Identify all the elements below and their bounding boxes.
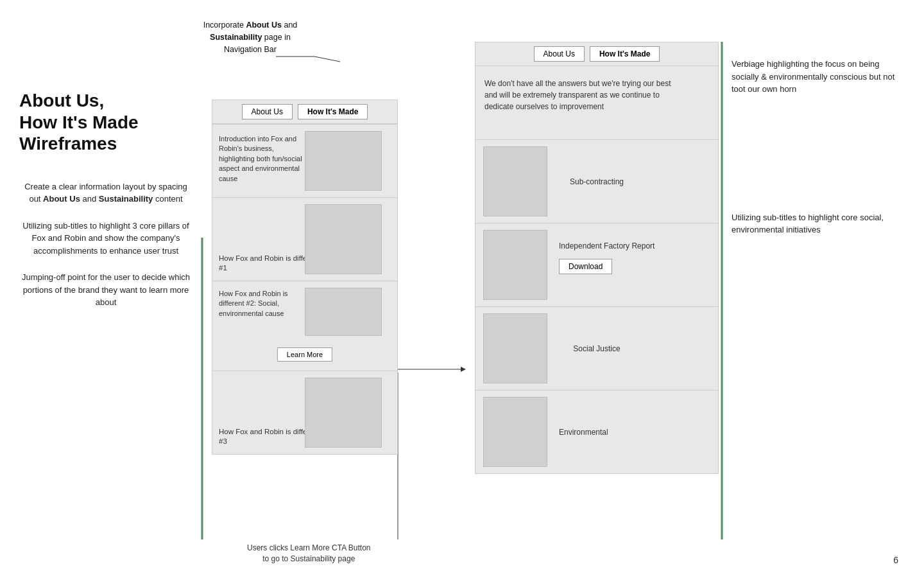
sidebar-desc-2: Utilizing sub-titles to highlight 3 core… (19, 220, 193, 258)
svg-marker-3 (461, 367, 466, 372)
right-env-label: Environmental (559, 428, 608, 437)
right-inner-img-env (483, 397, 547, 467)
page-number: 6 (893, 555, 898, 565)
right-section-subcontracting: Sub-contracting (475, 140, 719, 223)
right-section-social: Social Justice (475, 307, 719, 390)
download-button[interactable]: Download (559, 259, 612, 274)
right-inner-img-factory (483, 230, 547, 300)
wf-diff2-label: How Fox and Robin is different #2: Socia… (219, 289, 305, 319)
wf-inner-img-4 (305, 378, 382, 448)
right-annotations: Verbiage highlighting the focus on being… (732, 58, 898, 268)
nav-btn-how-its-made[interactable]: How It's Made (298, 104, 368, 119)
top-annotation: Incorporate About Us and Sustainability … (186, 19, 314, 55)
right-section-factory: Independent Factory Report Download (475, 223, 719, 307)
right-nav-bar: About Us How It's Made (475, 42, 719, 66)
middle-wireframe: About Us How It's Made Introduction into… (212, 61, 398, 455)
wf-section-intro: Introduction into Fox and Robin's busine… (212, 124, 398, 198)
sidebar-desc-3: Jumping-off point for the user to decide… (19, 271, 193, 309)
learn-more-button[interactable]: Learn More (277, 347, 332, 362)
wf-section-intro-label: Introduction into Fox and Robin's busine… (219, 134, 302, 184)
right-inner-img-sub (483, 146, 547, 216)
right-inner-img-social (483, 313, 547, 383)
right-ann-text-2: Utilizing sub-titles to highlight core s… (732, 211, 898, 236)
wf-inner-img-3 (305, 288, 382, 336)
middle-nav-bar: About Us How It's Made (212, 100, 398, 124)
wf-section-diff3: How Fox and Robin is different#3 (212, 371, 398, 455)
right-subcontracting-label: Sub-contracting (570, 177, 624, 186)
nav-btn-about-us[interactable]: About Us (242, 104, 293, 119)
wf-inner-img-2 (305, 204, 382, 274)
bottom-annotation: Users clicks Learn More CTA Buttonto go … (247, 543, 371, 565)
right-nav-btn-about[interactable]: About Us (534, 46, 585, 62)
right-wireframe: About Us How It's Made We don't have all… (475, 42, 719, 474)
right-factory-label: Independent Factory Report (559, 241, 654, 250)
left-sidebar: About Us, How It's Made Wireframes Creat… (19, 90, 193, 323)
wf-section-diff2: How Fox and Robin is different #2: Socia… (212, 281, 398, 371)
page-title: About Us, How It's Made Wireframes (19, 90, 193, 155)
wf-inner-img-1 (305, 131, 382, 191)
right-nav-btn-how[interactable]: How It's Made (590, 46, 660, 62)
right-intro-text: We don't have all the answers but we're … (484, 78, 680, 112)
right-ann-text-1: Verbiage highlighting the focus on being… (732, 58, 898, 96)
annotation-bold-about: About Us (246, 21, 282, 30)
sidebar-desc-1: Create a clear information layout by spa… (19, 180, 193, 206)
annotation-bold-sustainability: Sustainability (210, 33, 262, 42)
right-section-intro: We don't have all the answers but we're … (475, 66, 719, 140)
right-section-env: Environmental (475, 390, 719, 474)
right-social-label: Social Justice (573, 344, 620, 353)
wf-section-diff1: How Fox and Robin is different#1 (212, 198, 398, 281)
